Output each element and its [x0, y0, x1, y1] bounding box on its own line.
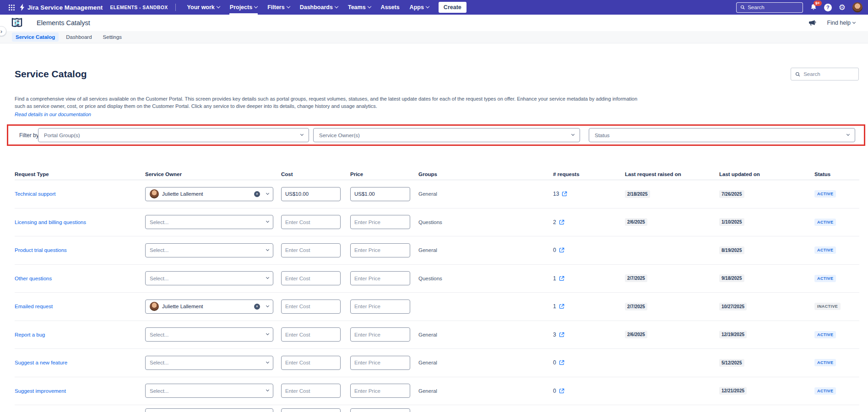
- tab-dashboard[interactable]: Dashboard: [62, 32, 95, 42]
- chevron-down-icon: [266, 388, 269, 391]
- service-catalog-table: Request Type Service Owner Cost Price Gr…: [15, 168, 859, 412]
- owner-name: Select...: [150, 219, 169, 225]
- menu-item-assets[interactable]: Assets: [376, 0, 405, 15]
- request-type-link[interactable]: Report a bug: [15, 332, 45, 337]
- price-input[interactable]: [350, 271, 410, 285]
- service-owner-select[interactable]: Select...: [145, 271, 273, 285]
- requests-count: 3: [553, 332, 564, 338]
- catalog-search[interactable]: [791, 68, 859, 80]
- external-link-icon[interactable]: [559, 388, 564, 394]
- service-owner-filter[interactable]: Service Owner(s): [313, 128, 580, 142]
- user-avatar[interactable]: [852, 2, 863, 12]
- chevron-down-icon: [286, 5, 290, 8]
- status-filter[interactable]: Status: [589, 128, 855, 142]
- request-type-link[interactable]: Technical support: [15, 191, 56, 197]
- table-row: Other questions Select... Questions 1: [15, 265, 859, 293]
- request-type-link[interactable]: Other questions: [15, 276, 52, 281]
- menu-item-dashboards[interactable]: Dashboards: [295, 0, 343, 15]
- cost-input[interactable]: [281, 300, 341, 314]
- price-input[interactable]: [350, 384, 410, 398]
- external-link-icon[interactable]: [559, 332, 564, 337]
- price-input[interactable]: [350, 356, 410, 370]
- menu-item-teams[interactable]: Teams: [343, 0, 376, 15]
- cost-input[interactable]: [281, 384, 341, 398]
- external-link-icon[interactable]: [559, 276, 564, 281]
- column-header-groups: Groups: [418, 171, 553, 177]
- menu-item-apps[interactable]: Apps: [405, 0, 434, 15]
- service-owner-select[interactable]: Select...: [145, 384, 273, 398]
- external-link-icon[interactable]: [559, 219, 564, 225]
- request-type-link[interactable]: Suggest improvement: [15, 388, 66, 394]
- menu-item-filters[interactable]: Filters: [262, 0, 295, 15]
- clear-icon[interactable]: ×: [254, 304, 260, 310]
- megaphone-icon[interactable]: [808, 19, 816, 27]
- service-owner-select[interactable]: Juliette Lallement ×: [145, 187, 273, 201]
- column-header-last-updated: Last updated on: [719, 171, 814, 177]
- global-search[interactable]: [736, 2, 803, 13]
- documentation-link[interactable]: Read details in our documentation: [15, 111, 91, 118]
- request-type-link[interactable]: Emailed request: [15, 304, 53, 309]
- tab-bar: Service Catalog Dashboard Settings: [0, 31, 868, 43]
- menu-item-your-work[interactable]: Your work: [182, 0, 225, 15]
- table-row: Report a bug Select... General 3: [15, 321, 859, 349]
- page-title: Service Catalog: [15, 69, 87, 80]
- description-line-1: Find a comprehensive view of all service…: [15, 96, 637, 103]
- cost-input[interactable]: [281, 243, 341, 257]
- find-help-button[interactable]: Find help: [827, 20, 855, 26]
- external-link-icon[interactable]: [559, 360, 564, 365]
- price-input[interactable]: [350, 187, 410, 201]
- service-owner-select[interactable]: Select...: [145, 215, 273, 229]
- price-input[interactable]: [350, 243, 410, 257]
- external-link-icon[interactable]: [559, 247, 564, 253]
- notifications-button[interactable]: 9+: [810, 4, 817, 11]
- price-input[interactable]: [350, 300, 410, 314]
- cost-input[interactable]: [281, 187, 341, 201]
- app-header: Elements Catalyst Find help: [0, 15, 868, 31]
- tab-settings[interactable]: Settings: [99, 32, 126, 42]
- column-header-requests: # requests: [553, 171, 625, 177]
- request-type-link[interactable]: Product trial questions: [15, 247, 67, 253]
- service-owner-select[interactable]: Juliette Lallement ×: [145, 300, 273, 314]
- last-updated-date: 7/26/2025: [719, 190, 744, 198]
- chevron-down-icon: [266, 360, 269, 364]
- chevron-down-icon: [266, 248, 269, 251]
- cost-input[interactable]: [281, 408, 341, 412]
- gear-icon[interactable]: ⚙: [839, 4, 846, 11]
- cost-input[interactable]: [281, 356, 341, 370]
- help-icon[interactable]: ?: [824, 4, 832, 11]
- service-owner-select[interactable]: Select...: [145, 408, 273, 412]
- tab-service-catalog[interactable]: Service Catalog: [12, 32, 59, 42]
- catalog-search-input[interactable]: [803, 71, 854, 77]
- price-input[interactable]: [350, 215, 410, 229]
- service-owner-select[interactable]: Select...: [145, 356, 273, 370]
- status-badge: ACTIVE: [814, 359, 836, 366]
- groups-value: General: [418, 332, 437, 337]
- menu-item-projects[interactable]: Projects: [225, 0, 262, 15]
- external-link-icon[interactable]: [559, 304, 564, 309]
- portal-groups-filter[interactable]: Portal Group(s): [38, 128, 309, 142]
- price-input[interactable]: [350, 408, 410, 412]
- global-search-input[interactable]: [748, 5, 799, 10]
- service-owner-select[interactable]: Select...: [145, 327, 273, 342]
- clear-icon[interactable]: ×: [254, 191, 260, 197]
- request-type-link[interactable]: Suggest a new feature: [15, 360, 67, 365]
- last-updated-date: 9/18/2025: [719, 274, 744, 282]
- groups-value: Questions: [418, 219, 442, 225]
- request-type-link[interactable]: Licensing and billing questions: [15, 219, 86, 225]
- cost-input[interactable]: [281, 271, 341, 285]
- requests-count: 1: [553, 275, 564, 282]
- service-owner-select[interactable]: Select...: [145, 243, 273, 257]
- price-input[interactable]: [350, 327, 410, 342]
- product-logo[interactable]: Jira Service Management: [19, 4, 103, 11]
- external-link-icon[interactable]: [562, 191, 567, 197]
- owner-name: Select...: [150, 332, 169, 337]
- create-button[interactable]: Create: [439, 2, 467, 13]
- table-header-row: Request Type Service Owner Cost Price Gr…: [15, 168, 859, 180]
- cost-input[interactable]: [281, 327, 341, 342]
- search-icon: [795, 71, 800, 77]
- cost-input[interactable]: [281, 215, 341, 229]
- last-updated-date: 5/12/2025: [719, 359, 744, 367]
- app-switcher-icon[interactable]: [5, 0, 17, 15]
- column-header-service-owner: Service Owner: [145, 171, 281, 177]
- status-badge: INACTIVE: [814, 303, 841, 310]
